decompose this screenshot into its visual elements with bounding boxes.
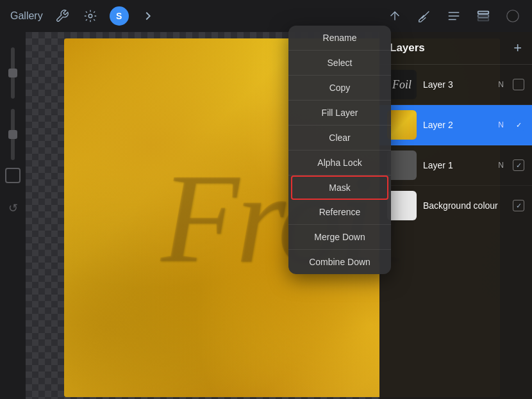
layer-thumb-foil: Foil: [387, 70, 417, 99]
layers-title: Layers: [390, 42, 425, 54]
background-color-label: Background colour: [423, 200, 506, 211]
background-color-item[interactable]: Background colour ✓: [379, 186, 532, 225]
gallery-button[interactable]: Gallery: [10, 10, 43, 22]
layer-name-2: Layer 2: [423, 120, 492, 130]
background-color-visibility[interactable]: ✓: [513, 200, 524, 211]
layer-mode-2: N: [498, 120, 504, 129]
context-menu: Rename Select Copy Fill Layer Clear Alph…: [288, 26, 391, 274]
layer-name-1: Layer 1: [423, 160, 492, 170]
layer-item-2[interactable]: Layer 2 N ✓: [379, 105, 532, 145]
modify-icon[interactable]: [81, 7, 99, 25]
modifier-icon[interactable]: [5, 168, 21, 183]
wrench-icon[interactable]: [53, 7, 71, 25]
layers-header: Layers +: [379, 32, 532, 65]
layer-item-1[interactable]: Layer 1 N ✓: [379, 145, 532, 186]
layer-visibility-2[interactable]: ✓: [513, 119, 524, 131]
context-fill-layer[interactable]: Fill Layer: [288, 101, 391, 126]
opacity-slider[interactable]: [11, 109, 15, 160]
layer-item-3[interactable]: Foil Layer 3 N: [379, 65, 532, 105]
context-reference[interactable]: Reference: [288, 200, 391, 225]
svg-rect-2: [478, 12, 489, 14]
layer-mode-3: N: [498, 80, 504, 89]
toolbar-left: Gallery S: [10, 6, 157, 26]
pencil-icon[interactable]: [386, 7, 404, 25]
left-sidebar: ↺: [0, 32, 26, 399]
bg-check-mark: ✓: [516, 202, 522, 210]
layer-thumb-gold: [387, 110, 417, 140]
context-rename[interactable]: Rename: [288, 26, 391, 51]
context-select[interactable]: Select: [288, 51, 391, 76]
svg-rect-3: [478, 15, 489, 17]
smudge-icon[interactable]: [445, 7, 463, 25]
arrow-icon[interactable]: [139, 7, 157, 25]
layers-panel: Layers + Foil Layer 3 N Layer 2 N ✓ Laye…: [379, 32, 532, 399]
check-mark-2: ✓: [516, 121, 522, 129]
undo-button[interactable]: ↺: [8, 201, 18, 215]
layer-visibility-1[interactable]: ✓: [513, 159, 524, 171]
svg-point-5: [507, 10, 519, 22]
svg-rect-4: [478, 19, 489, 21]
layer-thumbnail-1: [387, 151, 417, 180]
top-toolbar: Gallery S: [0, 0, 532, 32]
toolbar-right: [386, 7, 522, 25]
context-clear[interactable]: Clear: [288, 126, 391, 151]
brush-icon[interactable]: [415, 7, 433, 25]
context-alpha-lock[interactable]: Alpha Lock: [288, 151, 391, 175]
layers-add-button[interactable]: +: [513, 41, 522, 55]
layer-thumbnail-3: Foil: [387, 70, 417, 99]
layer-thumb-gray: [387, 151, 417, 180]
context-copy[interactable]: Copy: [288, 76, 391, 101]
layer-thumbnail-2: [387, 110, 417, 140]
context-combine-down[interactable]: Combine Down: [288, 250, 391, 274]
layer-visibility-3[interactable]: [513, 79, 524, 90]
check-mark-1: ✓: [516, 161, 522, 170]
brush-size-slider[interactable]: [11, 47, 15, 99]
layer-name-3: Layer 3: [423, 79, 492, 90]
layers-icon[interactable]: [474, 7, 492, 25]
context-merge-down[interactable]: Merge Down: [288, 225, 391, 250]
color-circle[interactable]: [504, 7, 522, 25]
background-color-swatch: [387, 191, 417, 220]
layer-mode-1: N: [498, 161, 504, 170]
context-mask[interactable]: Mask: [291, 175, 388, 200]
svg-point-0: [88, 14, 92, 18]
procreate-icon[interactable]: S: [110, 6, 129, 26]
